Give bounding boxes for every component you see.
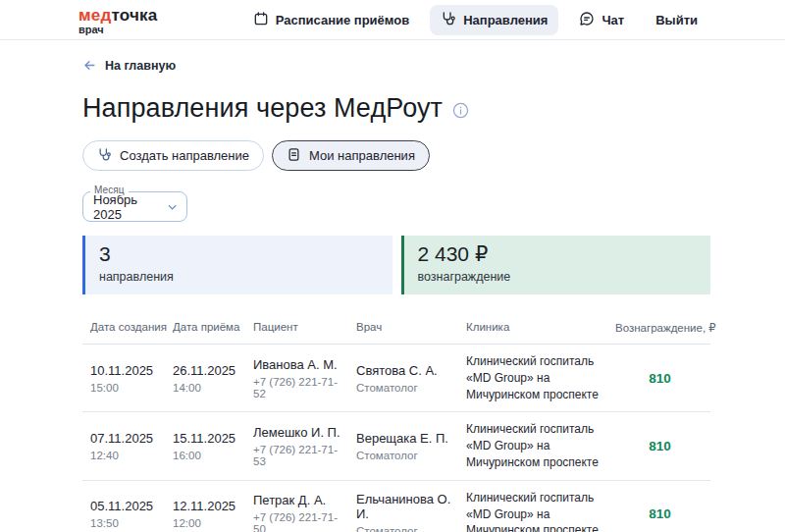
back-to-home-link[interactable]: На главную (82, 58, 710, 73)
summary-cards: 3 направления 2 430 ₽ вознаграждение (82, 236, 710, 294)
stethoscope-icon (441, 11, 456, 29)
nav-item-label: Расписание приёмов (276, 13, 410, 27)
back-link-label: На главную (105, 59, 176, 73)
chat-icon (579, 11, 595, 29)
col-header-created: Дата создания (82, 311, 165, 344)
nav-item-label: Выйти (655, 13, 698, 27)
my-referrals-button[interactable]: Мои направления (272, 140, 430, 171)
month-select[interactable]: Месяц Ноябрь 2025 (82, 191, 187, 222)
logo-part-tochka: точка (111, 6, 157, 25)
appointment-time: 14:00 (173, 382, 239, 394)
col-header-appointment: Дата приёма (165, 311, 245, 344)
nav-item-label: Направления (463, 13, 548, 27)
document-icon (287, 147, 301, 165)
nav-item-logout[interactable]: Выйти (645, 7, 708, 33)
nav-item-schedule[interactable]: Расписание приёмов (242, 5, 421, 35)
doctor-specialty: Стоматолог (356, 450, 452, 461)
month-select-value: Ноябрь 2025 (93, 192, 166, 222)
doctor-name: Верещака Е. П. (356, 431, 452, 446)
patient-phone: +7 (726) 221-71-53 (253, 444, 342, 467)
chevron-down-icon (166, 200, 179, 214)
calendar-icon (253, 11, 269, 29)
doctor-name: Ельчанинова О. И. (356, 492, 452, 521)
logo-part-med: мед (78, 6, 111, 25)
created-date: 10.11.2025 (90, 363, 159, 378)
patient-phone: +7 (726) 221-71-52 (253, 376, 342, 399)
appointment-time: 12:00 (173, 517, 239, 529)
referrals-table: Дата создания Дата приёма Пациент Врач К… (82, 311, 710, 532)
created-time: 12:40 (90, 450, 159, 461)
created-date: 07.11.2025 (90, 431, 159, 446)
nav-item-referrals[interactable]: Направления (430, 5, 558, 35)
doctor-specialty: Стоматолог (356, 382, 452, 394)
created-time: 13:50 (90, 517, 159, 529)
reward-total-card: 2 430 ₽ вознаграждение (401, 236, 711, 294)
month-select-label: Месяц (90, 185, 129, 195)
main-nav: Расписание приёмов Направления Чат Выйти (242, 5, 708, 35)
col-header-reward: Вознаграждение, ₽ (607, 311, 716, 344)
created-time: 15:00 (90, 382, 159, 394)
page-title: Направления через МедРоут (82, 93, 443, 124)
clinic-name: Клинический госпиталь «MD Group» на Мичу… (458, 345, 607, 411)
referral-tabs: Создать направление Мои направления (82, 140, 710, 171)
table-row[interactable]: 05.11.202513:50 12.11.202512:00 Петрак Д… (82, 481, 710, 532)
reward-total-label: вознаграждение (418, 270, 698, 284)
stethoscope-icon (97, 147, 112, 165)
patient-name: Петрак Д. А. (253, 493, 342, 507)
patient-phone: +7 (726) 221-71-50 (253, 511, 342, 532)
tab-label: Мои направления (309, 148, 415, 163)
col-header-patient: Пациент (245, 311, 348, 344)
patient-name: Иванова А. М. (253, 357, 342, 372)
table-row[interactable]: 07.11.202512:40 15.11.202516:00 Лемешко … (82, 412, 710, 480)
appointment-date: 26.11.2025 (173, 363, 239, 378)
referrals-count-card: 3 направления (82, 236, 392, 294)
appointment-time: 16:00 (173, 450, 239, 461)
table-header-row: Дата создания Дата приёма Пациент Врач К… (82, 311, 710, 345)
clinic-name: Клинический госпиталь «MD Group» на Мичу… (458, 481, 607, 532)
patient-name: Лемешко И. П. (253, 425, 342, 440)
col-header-doctor: Врач (348, 311, 458, 344)
main-content: На главную Направления через МедРоут Соз… (0, 40, 785, 532)
col-header-clinic: Клиника (458, 311, 607, 344)
doctor-specialty: Стоматолог (356, 525, 452, 532)
doctor-name: Святова С. А. (356, 363, 452, 378)
appointment-date: 15.11.2025 (173, 431, 239, 446)
reward-amount: 810 (649, 506, 671, 521)
tab-label: Создать направление (120, 148, 249, 163)
logo-subtitle: врач (78, 25, 157, 35)
info-icon[interactable] (452, 102, 469, 119)
clinic-name: Клинический госпиталь «MD Group» на Мичу… (458, 412, 607, 479)
logo-wordmark: медточка (78, 7, 157, 24)
referrals-count-label: направления (99, 270, 379, 284)
reward-amount: 810 (649, 371, 671, 386)
nav-item-chat[interactable]: Чат (568, 5, 635, 35)
reward-total-value: 2 430 ₽ (418, 242, 698, 266)
nav-item-label: Чат (602, 13, 624, 27)
created-date: 05.11.2025 (90, 499, 159, 513)
create-referral-button[interactable]: Создать направление (82, 140, 264, 171)
app-logo[interactable]: медточка врач (78, 5, 157, 35)
appointment-date: 12.11.2025 (173, 499, 239, 513)
top-bar: медточка врач Расписание приёмов Направл… (0, 0, 785, 40)
arrow-left-icon (82, 58, 97, 73)
referrals-count-value: 3 (99, 242, 379, 266)
reward-amount: 810 (649, 439, 671, 453)
table-row[interactable]: 10.11.202515:00 26.11.202514:00 Иванова … (82, 345, 710, 412)
